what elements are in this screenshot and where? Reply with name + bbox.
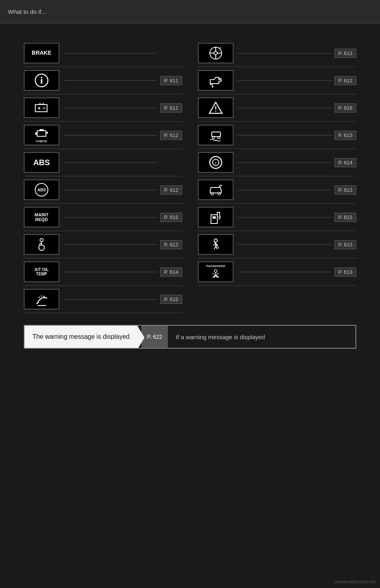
indicator-seatbelt: P. 613 xyxy=(198,231,356,258)
page-ref-613e: P. 613 xyxy=(334,267,356,277)
svg-text:!: ! xyxy=(220,46,221,51)
indicator-maint: MAINTREQD P. 615 xyxy=(24,204,182,231)
page-ref-614a: P. 614 xyxy=(160,267,182,277)
svg-point-1 xyxy=(41,77,42,78)
fuel-icon xyxy=(198,207,234,227)
warning-left-text: The warning message is displayed xyxy=(25,326,137,348)
battery-icon xyxy=(24,97,59,118)
indicator-at-oil: A/T OILTEMP P. 614 xyxy=(24,258,182,286)
circle-i-icon xyxy=(24,70,59,91)
svg-rect-38 xyxy=(212,132,220,137)
page-ref-611a: P. 611 xyxy=(160,76,182,85)
indicator-tire: ! P. 614 xyxy=(198,149,356,176)
svg-rect-9 xyxy=(37,131,46,136)
passenger-airbag-icon: PASSENGER xyxy=(198,262,234,282)
svg-text:ABS: ABS xyxy=(37,188,46,192)
page-ref-615b: P. 615 xyxy=(160,295,182,304)
svg-point-19 xyxy=(39,245,44,250)
page-ref-613c: P. 613 xyxy=(334,185,356,195)
page-ref-612d: P. 612 xyxy=(334,76,356,85)
page-ref-615a: P. 615 xyxy=(160,213,182,222)
main-content: BRAKE P. 611 xyxy=(0,24,380,357)
seatbelt-icon xyxy=(198,234,234,255)
page-ref-613d: P. 613 xyxy=(334,240,356,249)
indicator-washer: P. 615 xyxy=(24,286,182,313)
svg-line-18 xyxy=(39,243,42,244)
svg-rect-10 xyxy=(35,132,37,135)
svg-point-16 xyxy=(40,239,43,242)
triangle-warning-icon xyxy=(198,97,234,118)
svg-point-48 xyxy=(219,216,220,218)
svg-point-34 xyxy=(212,86,213,88)
page-ref-616: P. 616 xyxy=(334,103,356,113)
maint-icon: MAINTREQD xyxy=(24,207,59,227)
indicator-circle-i: P. 611 xyxy=(24,67,182,94)
check-engine-icon: CHECK xyxy=(24,125,59,145)
page-ref-613b: P. 613 xyxy=(334,131,356,140)
indicator-oil: P. 612 xyxy=(198,67,356,94)
svg-rect-3 xyxy=(35,105,47,112)
warning-banner: The warning message is displayed P. 622 … xyxy=(24,325,356,349)
page-ref-615c: P. 615 xyxy=(334,213,356,222)
car-open-icon xyxy=(198,179,234,200)
right-column: ! P. 613 xyxy=(198,40,356,313)
svg-point-49 xyxy=(214,239,217,242)
left-column: BRAKE P. 611 xyxy=(24,40,182,313)
svg-line-54 xyxy=(216,246,217,249)
svg-rect-12 xyxy=(40,129,42,131)
footer-logo: carmanualsonline.info xyxy=(334,579,376,584)
steering-icon: ! xyxy=(198,43,234,63)
indicator-abs-circle: ABS P. 612 xyxy=(24,176,182,204)
indicator-skid: P. 613 xyxy=(198,122,356,149)
indicator-abs: ABS xyxy=(24,149,182,176)
indicator-brake: BRAKE xyxy=(24,40,182,67)
abs-icon: ABS xyxy=(24,152,59,173)
indicator-check-engine: CHECK P. 612 xyxy=(24,122,182,149)
page-ref-611b: P. 611 xyxy=(160,103,182,113)
svg-rect-47 xyxy=(213,216,216,219)
tire-icon: ! xyxy=(198,152,234,173)
warning-page-ref: P. 622 xyxy=(141,326,168,348)
svg-point-23 xyxy=(44,296,45,297)
page-ref-614b: P. 614 xyxy=(334,158,356,167)
svg-rect-13 xyxy=(42,129,44,131)
svg-rect-11 xyxy=(46,132,48,134)
svg-rect-5 xyxy=(42,103,44,105)
indicator-battery: P. 611 xyxy=(24,94,182,122)
indicator-airbag: P. 612 xyxy=(24,231,182,258)
indicator-passenger-airbag: PASSENGER P. 613 xyxy=(198,258,356,286)
indicator-car-open: P. 613 xyxy=(198,176,356,204)
svg-rect-46 xyxy=(211,215,217,223)
indicator-steering: ! P. 613 xyxy=(198,40,356,67)
header-title: What to do if... xyxy=(8,8,46,15)
indicator-triangle: P. 616 xyxy=(198,94,356,122)
washer-icon xyxy=(24,289,59,309)
warning-right-text: If a warning message is displayed xyxy=(168,326,273,348)
svg-text:!: ! xyxy=(215,161,217,165)
abs-circle-icon: ABS xyxy=(24,179,59,200)
page-ref-612c: P. 612 xyxy=(160,240,182,249)
indicators-grid: BRAKE P. 611 xyxy=(24,40,356,313)
svg-point-37 xyxy=(215,111,217,112)
svg-point-56 xyxy=(215,269,217,272)
page-header: What to do if... xyxy=(0,0,380,24)
at-oil-icon: A/T OILTEMP xyxy=(24,262,59,282)
svg-point-21 xyxy=(39,297,40,298)
svg-rect-2 xyxy=(41,79,42,84)
svg-point-31 xyxy=(210,84,212,85)
oil-icon xyxy=(198,70,234,91)
indicator-fuel: P. 615 xyxy=(198,204,356,231)
skid-icon xyxy=(198,125,234,145)
svg-line-53 xyxy=(214,246,216,249)
brake-icon: BRAKE xyxy=(24,43,59,63)
page-ref-612a: P. 612 xyxy=(160,131,182,140)
page-ref-612b: P. 612 xyxy=(160,185,182,195)
svg-rect-4 xyxy=(39,103,41,105)
svg-point-25 xyxy=(214,52,217,55)
airbag-icon xyxy=(24,234,59,255)
page-ref-613a: P. 613 xyxy=(334,49,356,58)
svg-point-22 xyxy=(41,296,42,297)
